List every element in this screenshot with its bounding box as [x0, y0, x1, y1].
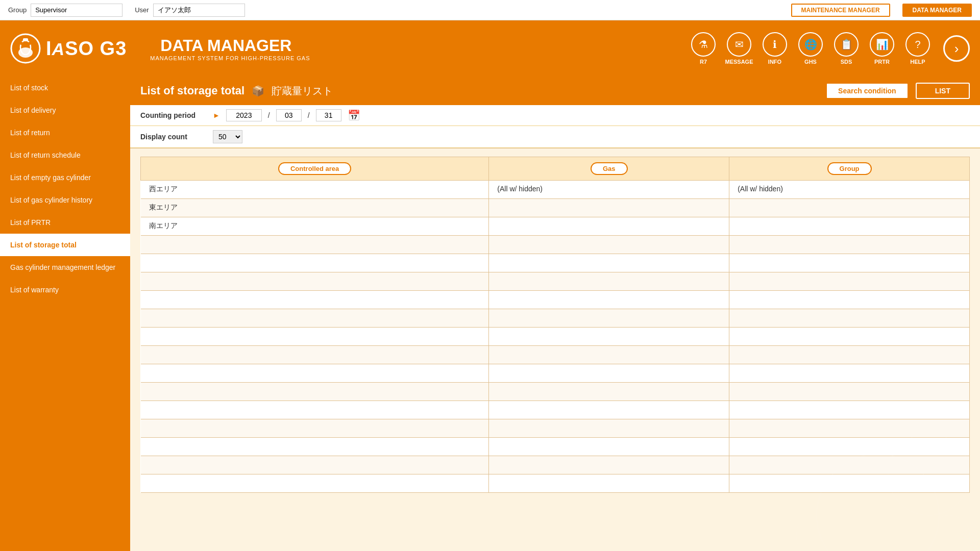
table-row-empty	[141, 236, 970, 254]
empty-cell	[489, 438, 729, 456]
nav-arrow-btn[interactable]: ›	[943, 35, 970, 62]
sidebar: List of stock List of delivery List of r…	[0, 77, 130, 551]
group-field: Group	[8, 4, 122, 17]
day-input[interactable]	[316, 109, 341, 121]
search-condition-button[interactable]: Search condition	[826, 83, 909, 99]
logo-icon	[10, 33, 41, 64]
prtr-icon: 📊	[870, 32, 894, 57]
empty-cell	[489, 401, 729, 419]
sidebar-item-list-of-gas-cylinder-history[interactable]: List of gas cylinder history	[0, 189, 130, 211]
gas-cell	[489, 217, 729, 236]
logo-title: IASO G3	[46, 39, 127, 58]
sidebar-item-list-of-return[interactable]: List of return	[0, 121, 130, 144]
main-layout: List of stock List of delivery List of r…	[0, 77, 980, 551]
sidebar-item-list-of-empty-gas-cylinder[interactable]: List of empty gas cylinder	[0, 166, 130, 189]
sidebar-item-list-of-warranty[interactable]: List of warranty	[0, 279, 130, 301]
controlled-area-cell: 東エリア	[141, 199, 489, 217]
empty-cell	[729, 291, 970, 309]
display-count-row: Display count 50 100 200	[130, 126, 980, 148]
table-row: 南エリア	[141, 217, 970, 236]
filter-area: Counting period ► / / 📅 Display count 50…	[130, 105, 980, 148]
col-controlled-area: Controlled area	[141, 157, 489, 181]
gas-header: Gas	[591, 162, 628, 175]
group-label: Group	[8, 6, 27, 14]
col-group: Group	[729, 157, 970, 181]
svg-rect-3	[23, 38, 28, 41]
data-manager-btn[interactable]: DATA MANAGER	[902, 4, 972, 17]
message-icon: ✉	[727, 32, 751, 57]
nav-help[interactable]: ? HELP	[902, 32, 933, 65]
table-row-empty	[141, 364, 970, 383]
empty-cell	[729, 383, 970, 401]
app-sub: MANAGEMENT SYSTEM FOR HIGH-PRESSURE GAS	[150, 55, 310, 61]
table-row-empty	[141, 272, 970, 291]
empty-cell	[489, 236, 729, 254]
maintenance-manager-btn[interactable]: MAINTENANCE MANAGER	[791, 4, 890, 17]
table-row-empty	[141, 309, 970, 328]
calendar-icon[interactable]: 📅	[348, 109, 360, 121]
empty-cell	[729, 401, 970, 419]
empty-cell	[141, 291, 489, 309]
group-cell	[729, 217, 970, 236]
empty-cell	[729, 236, 970, 254]
table-header-row: Controlled area Gas Group	[141, 157, 970, 181]
group-header: Group	[827, 162, 872, 175]
sidebar-item-gas-cylinder-management-ledger[interactable]: Gas cylinder management ledger	[0, 256, 130, 279]
nav-r7[interactable]: ⚗ R7	[688, 32, 719, 65]
sidebar-item-list-of-prtr[interactable]: List of PRTR	[0, 211, 130, 234]
content-area: List of storage total 📦 貯蔵量リスト Search co…	[130, 77, 980, 551]
controlled-area-cell: 西エリア	[141, 181, 489, 199]
empty-cell	[729, 346, 970, 364]
info-icon: ℹ	[763, 32, 787, 57]
nav-info[interactable]: ℹ INFO	[760, 32, 790, 65]
ghs-icon: 🌐	[798, 32, 823, 57]
storage-icon: 📦	[252, 85, 264, 97]
empty-cell	[729, 419, 970, 438]
user-label: User	[135, 6, 149, 14]
table-row-empty	[141, 474, 970, 493]
sidebar-item-list-of-storage-total[interactable]: List of storage total	[0, 234, 130, 256]
empty-cell	[141, 419, 489, 438]
nav-icons: ⚗ R7 ✉ MESSAGE ℹ INFO 🌐 GHS 📋 SDS 📊 PRTR…	[688, 32, 970, 65]
list-button[interactable]: LIST	[916, 83, 970, 99]
message-label: MESSAGE	[725, 59, 753, 65]
empty-cell	[729, 309, 970, 328]
group-cell	[729, 199, 970, 217]
nav-message[interactable]: ✉ MESSAGE	[724, 32, 754, 65]
empty-cell	[489, 291, 729, 309]
empty-cell	[729, 364, 970, 383]
table-row-empty	[141, 383, 970, 401]
display-count-select[interactable]: 50 100 200	[213, 130, 242, 143]
sidebar-item-list-of-delivery[interactable]: List of delivery	[0, 99, 130, 121]
table-row-empty	[141, 456, 970, 474]
nav-prtr[interactable]: 📊 PRTR	[867, 32, 897, 65]
top-bar: Group User MAINTENANCE MANAGER DATA MANA…	[0, 0, 980, 20]
table-row-empty	[141, 438, 970, 456]
empty-cell	[141, 254, 489, 272]
sidebar-item-list-of-return-schedule[interactable]: List of return schedule	[0, 144, 130, 166]
page-title-jp: 貯蔵量リスト	[272, 84, 333, 98]
help-label: HELP	[910, 59, 925, 65]
empty-cell	[729, 456, 970, 474]
controlled-area-header: Controlled area	[278, 162, 351, 175]
empty-cell	[489, 328, 729, 346]
table-row: 東エリア	[141, 199, 970, 217]
app-name: DATA MANAGER	[160, 36, 310, 55]
group-input[interactable]	[31, 4, 122, 17]
table-row-empty	[141, 346, 970, 364]
empty-cell	[489, 346, 729, 364]
controlled-area-cell: 南エリア	[141, 217, 489, 236]
user-input[interactable]	[153, 4, 245, 17]
counting-period-row: Counting period ► / / 📅	[130, 105, 980, 126]
year-input[interactable]	[226, 109, 262, 121]
nav-ghs[interactable]: 🌐 GHS	[795, 32, 826, 65]
month-input[interactable]	[276, 109, 302, 121]
table-row-empty	[141, 291, 970, 309]
nav-sds[interactable]: 📋 SDS	[831, 32, 862, 65]
counting-period-label: Counting period	[140, 111, 207, 119]
empty-cell	[141, 236, 489, 254]
counting-period-arrow-icon: ►	[213, 111, 220, 119]
sidebar-item-list-of-stock[interactable]: List of stock	[0, 77, 130, 99]
empty-cell	[489, 364, 729, 383]
empty-cell	[489, 456, 729, 474]
